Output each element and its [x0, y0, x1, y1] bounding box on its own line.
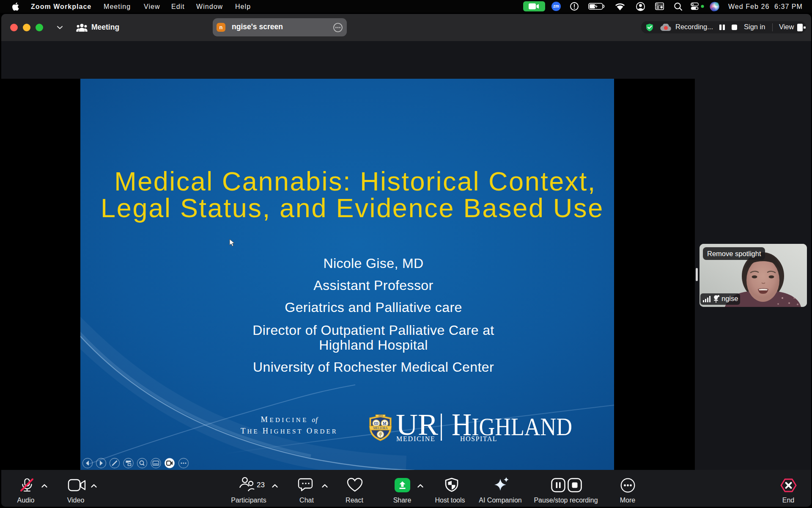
svg-text:1850: 1850 [378, 414, 383, 417]
svg-text:MELIORA: MELIORA [373, 426, 388, 430]
